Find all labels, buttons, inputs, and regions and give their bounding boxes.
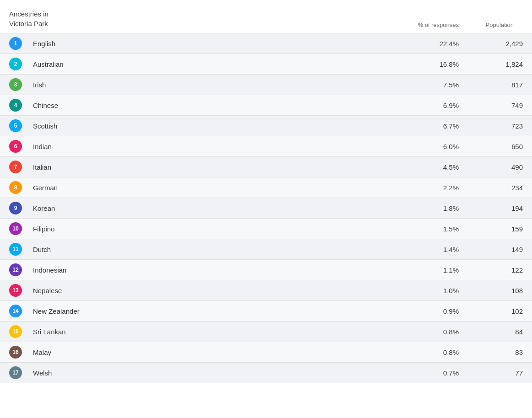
table-row: 9 Korean 1.8% 194 (0, 198, 532, 219)
rank-cell: 16 (9, 346, 29, 359)
rank-cell: 14 (9, 305, 29, 317)
table-row: 8 German 2.2% 234 (0, 177, 532, 198)
population-value: 1,824 (463, 60, 523, 68)
rank-badge: 3 (9, 78, 22, 91)
responses-value: 22.4% (390, 40, 463, 48)
population-value: 159 (463, 225, 523, 233)
header-population-label: Population (463, 21, 523, 28)
rank-cell: 2 (9, 58, 29, 70)
ancestry-name: English (29, 40, 390, 48)
rank-cell: 1 (9, 37, 29, 50)
responses-value: 1.8% (390, 204, 463, 212)
rank-cell: 6 (9, 140, 29, 153)
rank-cell: 10 (9, 222, 29, 235)
ancestry-name: Dutch (29, 246, 390, 253)
ancestry-name: Italian (29, 163, 390, 171)
population-value: 149 (463, 246, 523, 253)
ancestry-name: Chinese (29, 102, 390, 109)
table-row: 5 Scottish 6.7% 723 (0, 116, 532, 136)
responses-value: 6.9% (390, 102, 463, 109)
ancestry-name: Indian (29, 143, 390, 150)
header-responses-label: % of responses (390, 21, 463, 28)
population-value: 102 (463, 307, 523, 315)
header-title: Ancestries in Victoria Park (9, 9, 390, 28)
ancestry-name: Filipino (29, 225, 390, 233)
responses-value: 0.9% (390, 307, 463, 315)
rank-badge: 9 (9, 202, 22, 214)
table-row: 4 Chinese 6.9% 749 (0, 95, 532, 116)
population-value: 817 (463, 81, 523, 89)
population-value: 749 (463, 102, 523, 109)
table-row: 11 Dutch 1.4% 149 (0, 239, 532, 260)
rank-badge: 14 (9, 305, 22, 317)
population-value: 84 (463, 328, 523, 336)
population-value: 122 (463, 266, 523, 274)
rank-badge: 8 (9, 181, 22, 194)
rank-cell: 17 (9, 366, 29, 379)
rank-badge: 6 (9, 140, 22, 153)
population-value: 650 (463, 143, 523, 150)
ancestry-name: Welsh (29, 369, 390, 377)
ancestry-name: German (29, 184, 390, 192)
responses-value: 0.7% (390, 369, 463, 377)
population-value: 234 (463, 184, 523, 192)
ancestry-name: Irish (29, 81, 390, 89)
rank-cell: 13 (9, 284, 29, 297)
table-row: 3 Irish 7.5% 817 (0, 75, 532, 95)
population-value: 2,429 (463, 40, 523, 48)
ancestry-name: Nepalese (29, 287, 390, 295)
table-body: 1 English 22.4% 2,429 2 Australian 16.8%… (0, 33, 532, 383)
table-row: 15 Sri Lankan 0.8% 84 (0, 322, 532, 342)
rank-cell: 5 (9, 119, 29, 132)
population-value: 194 (463, 204, 523, 212)
table-row: 6 Indian 6.0% 650 (0, 136, 532, 157)
table-row: 7 Italian 4.5% 490 (0, 157, 532, 177)
ancestry-name: Sri Lankan (29, 328, 390, 336)
population-value: 108 (463, 287, 523, 295)
rank-cell: 7 (9, 161, 29, 173)
rank-badge: 5 (9, 119, 22, 132)
rank-badge: 13 (9, 284, 22, 297)
table-row: 1 English 22.4% 2,429 (0, 33, 532, 54)
table-row: 13 Nepalese 1.0% 108 (0, 280, 532, 301)
responses-value: 4.5% (390, 163, 463, 171)
responses-value: 1.4% (390, 246, 463, 253)
responses-value: 7.5% (390, 81, 463, 89)
rank-badge: 10 (9, 222, 22, 235)
header: Ancestries in Victoria Park % of respons… (0, 0, 532, 33)
table-row: 2 Australian 16.8% 1,824 (0, 54, 532, 75)
rank-cell: 4 (9, 99, 29, 112)
responses-value: 1.1% (390, 266, 463, 274)
rank-badge: 2 (9, 58, 22, 70)
responses-value: 0.8% (390, 328, 463, 336)
ancestry-name: Scottish (29, 122, 390, 130)
ancestry-name: Malay (29, 348, 390, 356)
rank-badge: 15 (9, 325, 22, 338)
table-row: 16 Malay 0.8% 83 (0, 342, 532, 363)
table-row: 10 Filipino 1.5% 159 (0, 219, 532, 239)
responses-value: 2.2% (390, 184, 463, 192)
ancestry-name: Australian (29, 60, 390, 68)
rank-cell: 3 (9, 78, 29, 91)
responses-value: 1.5% (390, 225, 463, 233)
rank-badge: 16 (9, 346, 22, 359)
responses-value: 16.8% (390, 60, 463, 68)
rank-cell: 9 (9, 202, 29, 214)
rank-badge: 7 (9, 161, 22, 173)
table-row: 14 New Zealander 0.9% 102 (0, 301, 532, 322)
population-value: 77 (463, 369, 523, 377)
population-value: 83 (463, 348, 523, 356)
rank-badge: 1 (9, 37, 22, 50)
responses-value: 0.8% (390, 348, 463, 356)
population-value: 723 (463, 122, 523, 130)
ancestry-name: New Zealander (29, 307, 390, 315)
rank-badge: 17 (9, 366, 22, 379)
responses-value: 6.7% (390, 122, 463, 130)
rank-cell: 11 (9, 243, 29, 256)
population-value: 490 (463, 163, 523, 171)
ancestry-name: Korean (29, 204, 390, 212)
ancestry-name: Indonesian (29, 266, 390, 274)
rank-cell: 15 (9, 325, 29, 338)
responses-value: 1.0% (390, 287, 463, 295)
rank-badge: 12 (9, 263, 22, 276)
